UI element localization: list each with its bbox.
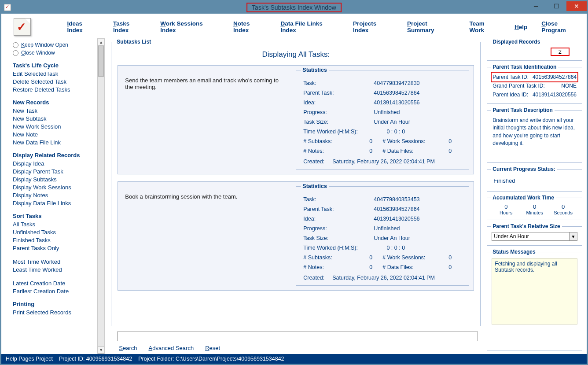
parent-task-id-title: Parent Task Identification [491, 64, 558, 70]
minimize-button[interactable]: ─ [526, 1, 546, 11]
sidebar-head-lifecycle: Task's Life Cycle [13, 62, 97, 69]
subtask-text: Send the team members an email and track… [122, 70, 290, 170]
parent-task-description-title: Parent Task Description [491, 107, 555, 113]
sidebar-parent-tasks-only[interactable]: Parent Tasks Only [13, 245, 97, 251]
accumulated-work-time-group: Accumulated Work Time 0Hours 0Minutes 0S… [487, 198, 582, 220]
stat-parent-value: 401563984527864 [374, 206, 462, 212]
stat-timeworked-label: Time Worked (H:M:S): [303, 129, 374, 135]
sidebar-print-selected-records[interactable]: Print Selected Records [13, 309, 97, 316]
stat-created-value: Saturday, February 26, 2022 02:04:41 PM [332, 275, 435, 281]
menu-team-work[interactable]: Team Work [469, 20, 500, 33]
menu-close-program[interactable]: Close Program [541, 20, 583, 33]
reset-link[interactable]: Reset [205, 345, 220, 351]
sidebar: Keep Window Open Close Window Task's Lif… [1, 38, 97, 354]
sidebar-new-subtask[interactable]: New Subtask [13, 115, 97, 122]
acc-minutes-label: Minutes [520, 210, 549, 215]
sidebar-display-subtasks[interactable]: Display Subtasks [13, 176, 97, 183]
relative-size-combo[interactable]: Under An Hour ▼ [492, 232, 577, 241]
sidebar-all-tasks[interactable]: All Tasks [13, 221, 97, 228]
displayed-records-count: 2 [551, 48, 570, 56]
scroll-down-icon[interactable]: ▼ [98, 347, 104, 354]
subtask-card[interactable]: Send the team members an email and track… [118, 65, 474, 174]
stat-size-value: Under An Hour [374, 235, 462, 241]
sidebar-least-time-worked[interactable]: Least Time Worked [13, 266, 97, 273]
acc-hours: 0 [492, 203, 520, 210]
stat-worksessions-label: # Work Sessions: [382, 138, 448, 144]
sidebar-display-work-sessions[interactable]: Display Work Sessions [13, 184, 97, 191]
subtask-text: Book a brainstorming session with the te… [122, 186, 290, 286]
menu-help[interactable]: Help [514, 24, 527, 30]
menu-data-file-links-index[interactable]: Data File Links Index [280, 20, 338, 33]
subtasks-list-group: Subtasks List Displaying All Tasks: Send… [111, 42, 481, 326]
stat-worksessions-label: # Work Sessions: [382, 254, 448, 261]
displayed-records-group: Displayed Records 2 [487, 42, 582, 61]
statistics-group: Statistics Task:404779840353453 Parent T… [296, 186, 469, 286]
menu-notes-index[interactable]: Notes Index [233, 20, 266, 33]
sidebar-display-parent-task[interactable]: Display Parent Task [13, 168, 97, 175]
status-messages-title: Status Messages [491, 249, 537, 255]
stat-progress-value: Unfinished [374, 225, 462, 232]
stat-idea-value: 401391413020556 [374, 216, 462, 222]
scroll-thumb[interactable] [98, 46, 104, 77]
stat-subtasks-label: # Subtasks: [303, 254, 369, 261]
stat-task-label: Task: [303, 196, 374, 203]
stat-idea-value: 401391413020556 [374, 100, 462, 106]
sidebar-head-printing: Printing [13, 301, 97, 307]
sidebar-latest-creation-date[interactable]: Latest Creation Date [13, 280, 97, 287]
sidebar-edit-selected-task[interactable]: Edit SelectedTask [13, 70, 97, 77]
stat-notes-value: 0 [369, 148, 382, 154]
radio-keep-window-open[interactable]: Keep Window Open [13, 42, 97, 48]
sidebar-new-data-file-link[interactable]: New Data File Link [13, 139, 97, 146]
parent-idea-id-row: Parent Idea ID: 401391413020556 [492, 90, 577, 99]
sidebar-display-idea[interactable]: Display Idea [13, 160, 97, 167]
sidebar-most-time-worked[interactable]: Most Time Worked [13, 258, 97, 265]
subtask-card[interactable]: Book a brainstorming session with the te… [118, 181, 474, 291]
subtasks-list-title: Subtasks List [115, 39, 153, 45]
sidebar-earliest-creation-date[interactable]: Earliest Creation Date [13, 288, 97, 295]
stat-size-label: Task Size: [303, 235, 374, 241]
stat-notes-label: # Notes: [303, 264, 369, 270]
stat-notes-value: 0 [369, 264, 382, 270]
menu-ideas-index[interactable]: Ideas Index [67, 20, 99, 33]
statistics-group: Statistics Task:404779839472830 Parent T… [296, 70, 469, 170]
radio-close-window[interactable]: Close Window [13, 50, 97, 56]
advanced-search-link[interactable]: Advanced Search [149, 345, 194, 351]
statusbar: Help Pages Project Project ID: 400956931… [1, 354, 587, 364]
parent-task-identification-group: Parent Task Identification Parent Task I… [487, 67, 582, 104]
search-input[interactable] [117, 332, 478, 341]
menu-work-sessions-index[interactable]: Work Sessions Index [160, 20, 219, 33]
stat-idea-label: Idea: [303, 100, 374, 106]
titlebar: Task's Subtasks Index Window ─ ☐ ✕ [1, 1, 587, 14]
menu-projects-index[interactable]: Projects Index [353, 20, 393, 33]
stat-timeworked-value: 0 : 0 : 0 [374, 245, 462, 251]
parent-task-description-group: Parent Task Description Brainstorm and w… [487, 110, 582, 163]
parent-task-id-value: 401563984527864 [533, 74, 577, 80]
search-link[interactable]: Search [119, 345, 137, 351]
grand-parent-task-id-value: NONE [561, 83, 577, 89]
stat-size-value: Under An Hour [374, 119, 462, 125]
stat-timeworked-label: Time Worked (H:M:S): [303, 245, 374, 251]
sidebar-new-note[interactable]: New Note [13, 131, 97, 138]
relative-size-title: Parent Task's Relative Size [491, 223, 562, 229]
stat-idea-label: Idea: [303, 216, 374, 222]
sidebar-display-data-file-links[interactable]: Display Data File Links [13, 200, 97, 206]
status-project-folder: Project Folder: C:\Users\Darren\Projects… [138, 356, 284, 362]
sidebar-new-task[interactable]: New Task [13, 107, 97, 114]
sidebar-finished-tasks[interactable]: Finished Tasks [13, 237, 97, 243]
chevron-down-icon[interactable]: ▼ [569, 232, 577, 240]
sidebar-display-notes[interactable]: Display Notes [13, 192, 97, 199]
stat-task-value: 404779839472830 [374, 80, 462, 86]
close-button[interactable]: ✕ [566, 1, 587, 11]
sidebar-new-work-session[interactable]: New Work Session [13, 123, 97, 130]
scroll-up-icon[interactable]: ▲ [98, 39, 104, 46]
sidebar-head-display-related: Display Related Records [13, 152, 97, 159]
sidebar-unfinished-tasks[interactable]: Unfinished Tasks [13, 229, 97, 236]
sidebar-scrollbar[interactable]: ▲ ▼ [97, 38, 105, 354]
sidebar-delete-selected-task[interactable]: Delete Selected Task [13, 78, 97, 85]
maximize-button[interactable]: ☐ [546, 1, 566, 11]
menu-project-summary[interactable]: Project Summary [407, 20, 456, 33]
sidebar-restore-deleted-tasks[interactable]: Restore Deleted Tasks [13, 86, 97, 93]
app-logo [14, 18, 31, 36]
menu-tasks-index[interactable]: Tasks Index [113, 20, 146, 33]
stat-notes-label: # Notes: [303, 148, 369, 154]
